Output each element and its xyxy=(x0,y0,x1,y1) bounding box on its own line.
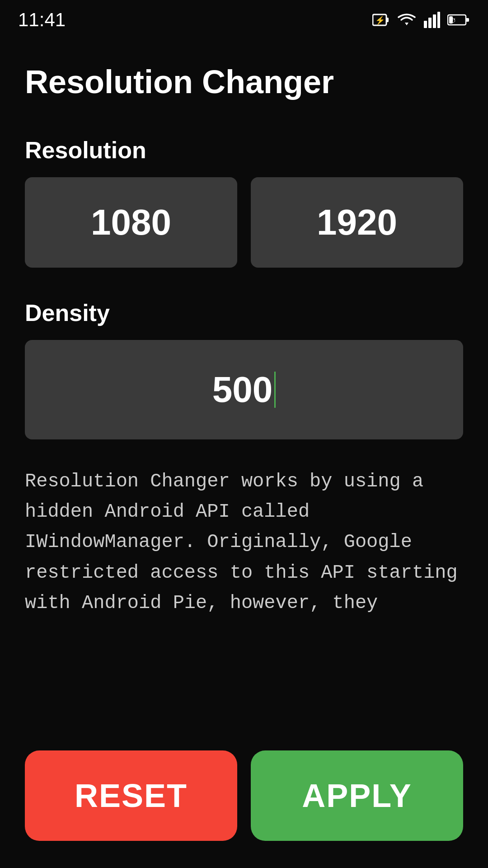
svg-rect-8 xyxy=(466,18,469,22)
signal-icon xyxy=(424,12,440,28)
resolution-row: 1080 1920 xyxy=(25,177,463,268)
reset-button[interactable]: RESET xyxy=(25,750,237,841)
status-time: 11:41 xyxy=(18,9,66,31)
main-content: Resolution Changer Resolution 1080 1920 … xyxy=(0,36,488,627)
svg-rect-6 xyxy=(437,12,440,28)
status-icons: ⚡ ⏱ xyxy=(372,12,470,28)
density-input-box[interactable]: 500 xyxy=(25,340,463,439)
svg-rect-3 xyxy=(424,21,427,28)
battery-charging-icon: ⚡ xyxy=(372,12,389,28)
apply-button[interactable]: APPLY xyxy=(251,750,463,841)
text-cursor xyxy=(274,372,276,408)
bottom-buttons: RESET APPLY xyxy=(25,750,463,841)
density-section: Density 500 xyxy=(25,299,463,439)
svg-rect-4 xyxy=(428,18,432,28)
resolution-section: Resolution 1080 1920 xyxy=(25,137,463,299)
svg-text:⚡: ⚡ xyxy=(375,15,385,25)
svg-text:⏱: ⏱ xyxy=(450,17,456,24)
status-bar: 11:41 ⚡ ⏱ xyxy=(0,0,488,36)
density-value: 500 xyxy=(212,369,276,410)
density-label: Density xyxy=(25,299,463,326)
resolution-height-value: 1920 xyxy=(317,202,397,243)
svg-rect-1 xyxy=(386,18,389,22)
resolution-label: Resolution xyxy=(25,137,463,164)
description-text: Resolution Changer works by using a hidd… xyxy=(25,467,463,618)
svg-rect-5 xyxy=(433,14,436,28)
wifi-icon xyxy=(397,12,417,28)
resolution-width-box[interactable]: 1080 xyxy=(25,177,237,268)
resolution-width-value: 1080 xyxy=(91,202,171,243)
resolution-height-box[interactable]: 1920 xyxy=(251,177,463,268)
battery-icon: ⏱ xyxy=(447,13,470,27)
app-title: Resolution Changer xyxy=(25,63,463,100)
